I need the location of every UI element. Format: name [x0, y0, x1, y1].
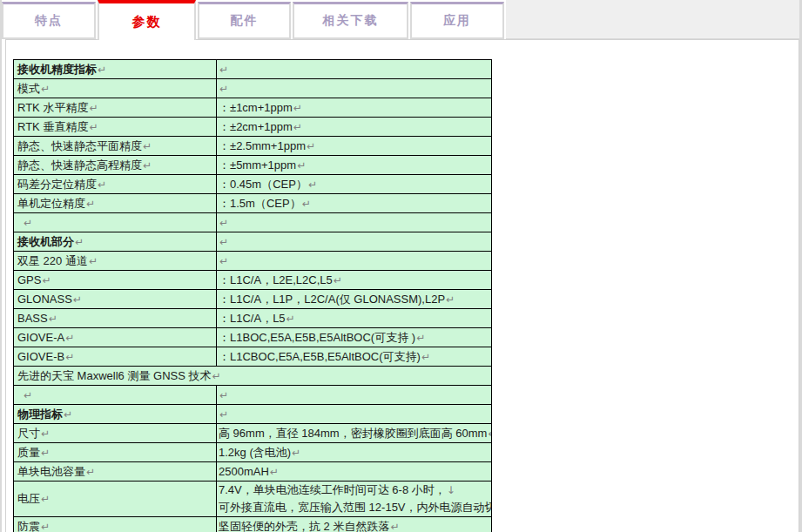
table-row: 接收机精度指标↵↵: [14, 60, 492, 79]
tab-features[interactable]: 特点: [2, 2, 96, 39]
return-mark: ↵: [296, 159, 306, 172]
cell-text: 高 96mm，直径 184mm，密封橡胶圈到底面高 60mm: [219, 427, 487, 440]
cell-text: ：L1BOC,E5A,E5B,E5AltBOC(可支持 ): [219, 331, 415, 344]
tab-bar-filler: [506, 0, 802, 39]
tab-applications[interactable]: 应用: [410, 2, 504, 39]
table-row: 尺寸↵高 96mm，直径 184mm，密封橡胶圈到底面高 60mm↵: [14, 424, 492, 443]
spec-label-cell: GIOVE-A↵: [14, 328, 217, 347]
cell-text: ：L1C/A，L1P，L2C/A(仅 GLONASSM),L2P: [219, 293, 445, 306]
return-mark: ↵: [219, 236, 228, 248]
spec-table: 接收机精度指标↵↵模式↵↵RTK 水平精度↵：±1cm+1ppm↵RTK 垂直精…: [13, 59, 492, 532]
cell-text: GPS: [17, 273, 41, 286]
table-row: GIOVE-B↵：L1CBOC,E5A,E5B,E5AltBOC(可支持)↵: [14, 347, 492, 367]
return-mark: ↵: [85, 198, 95, 210]
spec-label-cell: GPS↵: [14, 271, 217, 290]
cell-text: 双星 220 通道: [17, 254, 88, 267]
spec-value-cell: 高 96mm，直径 184mm，密封橡胶圈到底面高 60mm↵: [217, 424, 492, 443]
table-row: RTK 水平精度↵：±1cm+1ppm↵: [14, 98, 492, 118]
tab-related-downloads[interactable]: 相关下载: [293, 2, 408, 39]
return-mark: ↵: [445, 293, 455, 306]
table-row: GLONASS↵：L1C/A，L1P，L2C/A(仅 GLONASSM),L2P…: [14, 290, 492, 309]
tab-parameters[interactable]: 参数: [98, 0, 196, 40]
tab-accessories[interactable]: 配件: [198, 2, 291, 39]
cell-text: 可外接直流电，宽压输入范围 12-15V，内外电源自动切换: [219, 501, 492, 514]
return-mark: ↵: [415, 332, 425, 344]
spec-label-cell: GLONASS↵: [14, 290, 217, 309]
return-mark: ↵: [74, 236, 84, 248]
table-row: 接收机部分↵↵: [14, 232, 492, 252]
cell-text: GLONASS: [17, 293, 72, 306]
spec-label-cell: 防震↵: [14, 517, 217, 532]
return-mark: ↵: [487, 428, 491, 440]
spec-label-cell: 接收机精度指标↵: [14, 60, 217, 79]
spec-value-cell: ：L1C/A，L2E,L2C,L5↵: [217, 271, 492, 290]
spec-label-cell: 码差分定位精度↵: [14, 175, 217, 194]
table-row: ↵↵: [14, 386, 492, 405]
spec-cell-fullwidth: 先进的天宝 Maxwell6 测量 GNSS 技术↵: [14, 367, 492, 386]
left-window-edge: [0, 0, 2, 532]
cell-text: ：L1CBOC,E5A,E5B,E5AltBOC(可支持): [219, 350, 421, 363]
spec-value-cell: 坚固轻便的外壳，抗 2 米自然跌落↵: [217, 517, 492, 532]
value-line: 可外接直流电，宽压输入范围 12-15V，内外电源自动切换↵: [219, 499, 489, 516]
cell-text: 接收机部分: [17, 235, 74, 248]
tab-bar: 特点参数配件相关下载应用: [0, 0, 802, 39]
spec-label-cell: 尺寸↵: [14, 424, 217, 443]
cell-text: 电压: [17, 492, 40, 505]
return-mark: ↵: [219, 83, 228, 95]
return-mark: ↵: [421, 351, 430, 363]
spec-label-cell: 电压↵: [14, 481, 217, 517]
cell-text: 坚固轻便的外壳，抗 2 米自然跌落: [219, 520, 389, 532]
value-line: 7.4V，单块电池连续工作时间可达 6-8 小时，↓: [219, 481, 489, 499]
cell-text: 2500mAH: [219, 465, 269, 478]
return-mark: ↵: [40, 447, 50, 459]
spec-label-cell: RTK 垂直精度↵: [14, 118, 217, 137]
cell-text: GIOVE-A: [17, 331, 64, 344]
tab-label: 参数: [132, 14, 162, 30]
table-row: 静态、快速静态平面精度↵：±2.5mm+1ppm↵: [14, 137, 492, 156]
table-row: 单机定位精度↵：1.5m（CEP）↵: [14, 194, 492, 213]
spec-value-cell: ↵: [217, 213, 492, 232]
spec-value-cell: ：±2.5mm+1ppm↵: [217, 137, 492, 156]
spec-label-cell: 接收机部分↵: [14, 232, 217, 252]
spec-value-cell: ：L1CBOC,E5A,E5B,E5AltBOC(可支持)↵: [217, 347, 492, 367]
table-row: 物理指标↵↵: [14, 405, 492, 424]
spec-value-cell: ↵: [217, 232, 492, 252]
spec-value-cell: ：L1C/A，L5↵: [217, 309, 492, 328]
spec-value-cell: ↵: [217, 252, 492, 271]
cell-text: ：1.5m（CEP）: [219, 197, 301, 210]
spec-label-cell: RTK 水平精度↵: [14, 98, 217, 118]
cell-text: ：±5mm+1ppm: [219, 158, 296, 172]
linebreak-mark: ↓: [446, 484, 455, 496]
spec-label-cell: 单块电池容量↵: [14, 462, 217, 481]
spec-value-cell: 1.2kg (含电池)↵: [217, 443, 492, 462]
spec-value-cell: ：L1C/A，L1P，L2C/A(仅 GLONASSM),L2P↵: [217, 290, 492, 309]
return-mark: ↵: [72, 293, 82, 306]
return-mark: ↵: [269, 466, 279, 478]
spec-label-cell: 模式↵: [14, 79, 217, 98]
return-mark: ↵: [142, 159, 152, 172]
return-mark: ↵: [40, 493, 50, 505]
return-mark: ↵: [291, 447, 300, 459]
cell-text: RTK 垂直精度: [17, 120, 88, 133]
spec-value-cell: ：±2cm+1ppm↵: [217, 118, 492, 137]
cell-text: ：±2cm+1ppm: [219, 120, 293, 133]
cell-text: ：0.45m（CEP）: [219, 178, 307, 191]
return-mark: ↵: [40, 428, 50, 440]
return-mark: ↵: [17, 217, 32, 229]
table-row: BASS↵：L1C/A，L5↵: [14, 309, 492, 328]
spec-value-cell: ↵: [217, 405, 492, 424]
cell-text: 码差分定位精度: [17, 178, 97, 191]
cell-text: 模式: [17, 82, 40, 95]
return-mark: ↵: [64, 351, 74, 363]
cell-text: 防震: [17, 520, 40, 532]
spec-value-cell: ↵: [217, 79, 492, 98]
cell-text: ：±2.5mm+1ppm: [219, 139, 306, 152]
return-mark: ↵: [64, 332, 74, 344]
spec-label-cell: 质量↵: [14, 443, 217, 462]
cell-text: 单块电池容量: [17, 465, 85, 478]
return-mark: ↵: [41, 274, 51, 286]
return-mark: ↵: [97, 64, 106, 76]
spec-label-cell: BASS↵: [14, 309, 217, 328]
return-mark: ↵: [293, 121, 302, 133]
spec-table-body: 接收机精度指标↵↵模式↵↵RTK 水平精度↵：±1cm+1ppm↵RTK 垂直精…: [14, 60, 492, 532]
